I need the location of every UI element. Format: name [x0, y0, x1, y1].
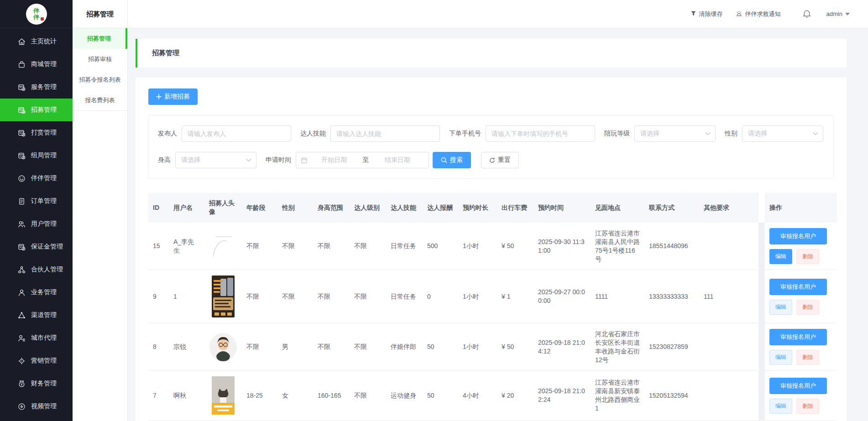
sidebar-item-2[interactable]: 商城管理	[0, 53, 73, 76]
cell-age-range: 不限	[242, 223, 277, 270]
home-icon	[17, 37, 26, 46]
cell-level: 不限	[350, 371, 386, 421]
order-document-icon	[17, 197, 26, 206]
chevron-down-icon	[705, 132, 711, 135]
sidebar-item-8[interactable]: 订单管理	[0, 190, 73, 213]
start-date-input[interactable]: 开始日期	[308, 156, 361, 164]
sidebar-item-16[interactable]: 财务管理	[0, 372, 73, 395]
app-layout: 伴 伴 主页统计商城管理服务管理招募管理打赏管理组局管理伴伴管理订单管理用户管理…	[0, 0, 868, 421]
edit-button[interactable]: 编辑	[769, 300, 792, 315]
cell-location: 江苏省连云港市灌南县新安镇泰州北路西侧商业1	[591, 371, 644, 421]
search-icon	[441, 157, 447, 163]
review-applicants-button[interactable]: 审核报名用户	[769, 228, 827, 244]
column-header-3: 招募人头像	[204, 192, 242, 223]
reset-button[interactable]: 重置	[481, 152, 519, 168]
companion-level-label: 陪玩等级	[604, 130, 630, 138]
order-phone-label: 下单手机号	[449, 130, 481, 138]
submenu-item-3[interactable]: 招募令报名列表	[73, 69, 127, 90]
sidebar-item-9[interactable]: 用户管理	[0, 213, 73, 235]
end-date-input[interactable]: 结束日期	[371, 156, 424, 164]
review-applicants-button[interactable]: 审核报名用户	[769, 329, 827, 345]
cell-avatar	[204, 323, 242, 371]
sidebar-item-1[interactable]: 主页统计	[0, 30, 73, 53]
cell-gender: 女	[277, 371, 313, 421]
cell-pay: 50	[423, 323, 458, 371]
cell-id: 7	[148, 371, 169, 421]
sidebar-item-label: 城市代理	[31, 334, 57, 342]
sidebar-item-label: 招募管理	[31, 106, 57, 114]
column-header-8: 达人技能	[386, 192, 423, 223]
mall-bag-icon	[17, 60, 26, 69]
publisher-input[interactable]	[182, 125, 291, 142]
cell-id: 8	[148, 323, 169, 371]
submenu-item-4[interactable]: 报名费列表	[73, 90, 127, 110]
user-menu[interactable]: admin	[826, 10, 850, 17]
cell-time: 2025-09-27 00:00:00	[533, 270, 591, 323]
sidebar-item-13[interactable]: 渠道管理	[0, 304, 73, 327]
edit-button[interactable]: 编辑	[769, 399, 792, 414]
delete-button[interactable]: 删除	[796, 350, 819, 365]
sidebar-item-17[interactable]: 视频管理	[0, 395, 73, 418]
submenu-list: 招募管理招募审核招募令报名列表报名费列表	[73, 28, 127, 111]
edit-button[interactable]: 编辑	[769, 249, 792, 264]
column-header-16: 操作	[765, 192, 837, 223]
chevron-down-icon	[813, 132, 818, 135]
column-header-2: 用户名	[169, 192, 204, 223]
column-header-11: 出行车费	[497, 192, 533, 223]
sidebar-item-12[interactable]: 业务管理	[0, 281, 73, 304]
review-applicants-button[interactable]: 审核报名用户	[769, 279, 827, 295]
search-button[interactable]: 搜索	[433, 152, 471, 168]
delete-button[interactable]: 删除	[796, 399, 819, 414]
page-title-bar: 招募管理	[136, 39, 847, 68]
order-phone-input[interactable]	[486, 125, 595, 142]
marketing-target-icon	[17, 357, 26, 365]
sidebar-item-label: 主页统计	[31, 37, 57, 46]
delete-button[interactable]: 删除	[796, 300, 819, 315]
companion-level-select[interactable]: 请选择	[634, 125, 716, 142]
plus-icon	[156, 94, 162, 99]
add-recruit-button[interactable]: 新增招募	[148, 88, 198, 105]
recruiter-avatar-image	[209, 333, 237, 361]
table-row: 8宗锐不限男不限不限伴娘伴郎501小时¥ 502025-09-18 21:04:…	[148, 323, 837, 371]
submenu-item-2[interactable]: 招募审核	[73, 49, 127, 69]
cell-skill: 伴娘伴郎	[386, 323, 423, 371]
sidebar-item-6[interactable]: 组局管理	[0, 144, 73, 167]
sidebar-item-15[interactable]: 营销管理	[0, 349, 73, 372]
clipboard-clock-icon	[17, 106, 26, 114]
gender-select[interactable]: 请选择	[742, 125, 823, 142]
skill-input[interactable]	[330, 125, 440, 142]
video-play-icon	[17, 402, 26, 411]
cell-skill: 日常任务	[386, 270, 423, 323]
notification-bell-button[interactable]	[803, 10, 811, 18]
height-label: 身高	[158, 156, 171, 164]
cell-contact: 15205132594	[644, 371, 699, 421]
sidebar-item-14[interactable]: 城市代理	[0, 327, 73, 349]
cell-other: 111	[699, 270, 758, 323]
height-select[interactable]: 请选择	[175, 152, 256, 168]
content-area: 招募管理 新增招募 发布人 达人技能	[128, 28, 868, 421]
apply-time-range-picker[interactable]: 开始日期 至 结束日期	[296, 152, 429, 168]
review-applicants-button[interactable]: 审核报名用户	[769, 378, 827, 394]
clear-cache-button[interactable]: 清除缓存	[690, 10, 723, 18]
sidebar-item-7[interactable]: 伴伴管理	[0, 167, 73, 190]
cell-fare: ¥ 20	[497, 371, 533, 421]
sidebar-item-4[interactable]: 招募管理	[0, 99, 73, 121]
sidebar-item-3[interactable]: 服务管理	[0, 76, 73, 99]
sos-notice-button[interactable]: 伴伴求救通知	[736, 10, 781, 18]
scrollbar-gutter	[758, 323, 765, 371]
edit-button[interactable]: 编辑	[769, 350, 792, 365]
sidebar-item-10[interactable]: 保证金管理	[0, 235, 73, 258]
cell-pay: 500	[423, 223, 458, 270]
cell-avatar	[204, 371, 242, 421]
submenu-item-1[interactable]: 招募管理	[73, 28, 127, 49]
sidebar-item-label: 财务管理	[31, 379, 57, 388]
sidebar-item-11[interactable]: 合伙人管理	[0, 258, 73, 281]
cell-username: 啊秋	[169, 371, 204, 421]
cell-actions: 审核报名用户编辑删除	[765, 323, 837, 371]
table-row: 91不限不限不限不限日常任务01小时¥ 12025-09-27 00:00:00…	[148, 270, 837, 323]
sidebar-item-5[interactable]: 打赏管理	[0, 121, 73, 144]
delete-button[interactable]: 删除	[796, 249, 819, 264]
cell-skill: 日常任务	[386, 223, 423, 270]
column-header-14: 联系方式	[644, 192, 699, 223]
cell-id: 15	[148, 223, 169, 270]
